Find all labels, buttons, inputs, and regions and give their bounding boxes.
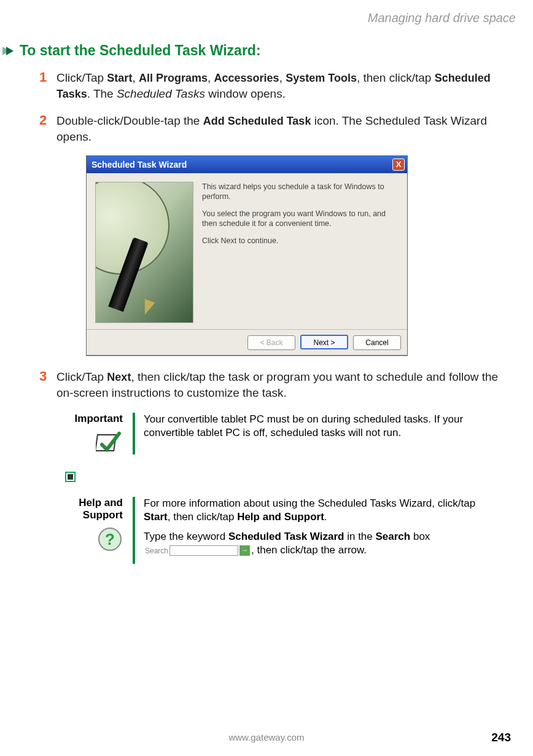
italic-scheduled-tasks: Scheduled Tasks [117,87,205,100]
wizard-line1: This wizard helps you schedule a task fo… [202,182,397,201]
search-input[interactable] [169,545,238,556]
text: window opens. [205,87,286,100]
important-body: Your convertible tablet PC must be on du… [144,413,516,454]
callout-label-col: Help and Support ? [56,497,133,564]
wizard-line2: You select the program you want Windows … [202,209,397,228]
section-title-row: To start the Scheduled Task Wizard: [6,42,516,59]
text: box [410,531,430,542]
text: , [279,71,286,84]
wizard-button-row: < Back Next > Cancel [87,329,407,355]
step-number: 3 [39,369,56,400]
label-accessories: Accessories [214,72,279,84]
cancel-button[interactable]: Cancel [353,335,401,350]
important-label: Important [56,413,123,425]
back-button: < Back [247,335,295,350]
help-p1: For more information about using the Sch… [144,497,497,524]
step-text: Double-click/Double-tap the Add Schedule… [56,113,516,144]
wizard-title: Scheduled Task Wizard [91,160,187,170]
text: Double-click/Double-tap the [56,114,203,127]
callout-divider [133,497,135,564]
label-search: Search [376,531,411,542]
step-text: Click/Tap Start, All Programs, Accessori… [56,70,516,102]
text: For more information about using the Sch… [144,497,475,509]
search-box-label: Search [145,544,168,558]
next-button[interactable]: Next > [300,335,348,349]
label-system-tools: System Tools [286,72,357,84]
wizard-body: This wizard helps you schedule a task fo… [87,173,407,329]
search-widget: Search→ [145,544,250,558]
wizard-line3: Click Next to continue. [202,236,397,246]
wizard-sidebar-image [95,182,193,323]
checkmark-icon [56,430,123,454]
text: , [132,71,139,84]
section-title: To start the Scheduled Task Wizard: [20,42,261,59]
important-text: Your convertible tablet PC must be on du… [144,413,497,440]
question-icon: ? [56,526,123,552]
close-button[interactable]: X [392,158,405,171]
label-start: Start [144,511,168,523]
step-number: 2 [39,113,56,144]
label-start: Start [107,72,132,84]
step-number: 1 [39,70,56,102]
callout-label-col: Important [56,413,133,454]
step-text: Click/Tap Next, then click/tap the task … [56,369,516,400]
svg-text:?: ? [105,530,115,548]
text: in the [344,531,375,542]
page-header: Managing hard drive space [6,11,516,25]
wizard-content: This wizard helps you schedule a task fo… [193,182,397,323]
label-next: Next [107,371,131,383]
step-2: 2 Double-click/Double-tap the Add Schedu… [39,113,516,144]
end-of-section-icon [65,472,76,482]
text: , then click/tap [357,71,435,84]
label-help-support: Help and Support [237,511,324,523]
step-3: 3 Click/Tap Next, then click/tap the tas… [39,369,516,400]
wizard-window: Scheduled Task Wizard X This wizard help… [86,155,408,356]
important-callout: Important Your convertible tablet PC mus… [56,413,516,454]
help-support-label: Help and Support [56,497,123,521]
wizard-titlebar: Scheduled Task Wizard X [87,156,407,173]
page-footer: www.gateway.com 243 [0,732,533,742]
page-number: 243 [491,731,511,744]
text: . The [87,87,117,100]
pen-nib-icon [139,299,155,317]
wizard-screenshot: Scheduled Task Wizard X This wizard help… [86,155,516,356]
text: , [208,71,214,84]
step-1: 1 Click/Tap Start, All Programs, Accesso… [39,70,516,102]
label-all-programs: All Programs [139,72,208,84]
text: Type the keyword [144,531,228,542]
help-support-body: For more information about using the Sch… [144,497,516,564]
help-support-callout: Help and Support ? For more information … [56,497,516,564]
keyword-scheduled-task-wizard: Scheduled Task Wizard [228,531,344,542]
search-go-arrow-icon[interactable]: → [239,545,250,556]
footer-url: www.gateway.com [228,732,304,742]
callout-divider [133,413,135,454]
text: , then click/tap the arrow. [251,544,367,556]
help-p2: Type the keyword Scheduled Task Wizard i… [144,530,497,558]
text: Click/Tap [56,71,107,84]
text: , then click/tap [168,511,237,523]
label-add-scheduled-task: Add Scheduled Task [203,115,311,127]
text: Click/Tap [56,370,107,383]
text: . [324,511,327,523]
arrow-bullet-icon [6,47,14,55]
